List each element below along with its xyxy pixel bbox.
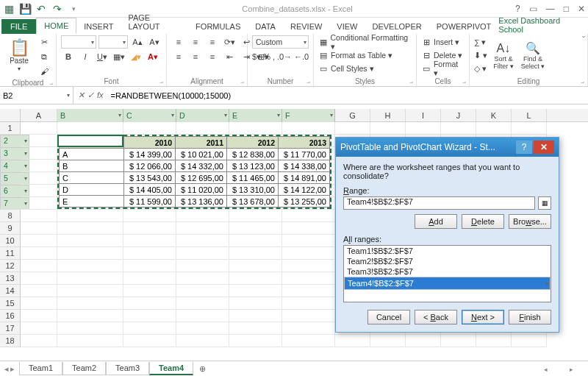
help-icon[interactable]: ? (515, 4, 520, 14)
tab-insert[interactable]: INSERT (76, 19, 121, 34)
range-input[interactable]: Team4!$B$2:$F$7 (343, 196, 535, 210)
name-box[interactable]: B2 (0, 87, 74, 104)
dec-decimal-icon[interactable]: ←.0 (294, 50, 309, 63)
cancel-formula-icon[interactable]: ✕ (78, 91, 85, 100)
format-painter-icon[interactable]: 🖌 (37, 65, 51, 78)
font-size-select[interactable] (98, 35, 128, 49)
sheet-tab[interactable]: Team4 (149, 362, 193, 375)
sort-filter-button[interactable]: A↓Sort & Filter ▾ (490, 35, 517, 77)
number-format-select[interactable]: Custom (252, 35, 309, 49)
format-as-table-button[interactable]: ▤Format as Table ▾ (318, 49, 412, 62)
column-header[interactable]: F (282, 109, 335, 122)
inc-decimal-icon[interactable]: .0→ (277, 50, 292, 63)
clear-button[interactable]: ◇ ▾ (474, 62, 487, 75)
sheet-tab[interactable]: Team3 (106, 362, 149, 375)
copy-icon[interactable]: ⧉ (37, 50, 51, 63)
row-header[interactable]: 15 (0, 297, 21, 310)
tab-pagelayout[interactable]: PAGE LAYOUT (121, 10, 188, 34)
row-header[interactable]: 11 (0, 247, 21, 260)
column-header[interactable]: J (441, 109, 476, 121)
row-header[interactable]: 9 (0, 222, 21, 235)
align-top-icon[interactable]: ≡ (171, 35, 186, 49)
font-color-icon[interactable]: A▾ (146, 50, 160, 63)
next-button[interactable]: Next > (462, 310, 504, 324)
minimize-icon[interactable]: — (546, 4, 555, 14)
column-header[interactable]: H (370, 109, 406, 121)
sheet-tab[interactable]: Team2 (62, 362, 106, 375)
row-header[interactable]: 8 (0, 210, 21, 222)
cancel-button[interactable]: Cancel (368, 310, 410, 324)
maximize-icon[interactable]: □ (564, 4, 569, 14)
orientation-icon[interactable]: ⟳▾ (222, 35, 237, 49)
hscroll-left-icon[interactable]: ◂ (544, 366, 548, 373)
sheet-nav-first-icon[interactable]: ◂ (4, 364, 9, 374)
ribbon-options-icon[interactable]: ▭ (529, 4, 537, 14)
tab-file[interactable]: FILE (1, 19, 36, 34)
undo-icon[interactable]: ↶ (35, 3, 47, 15)
select-all-corner[interactable] (0, 109, 21, 121)
tab-data[interactable]: DATA (248, 19, 283, 34)
column-header[interactable]: E (229, 109, 282, 122)
column-header[interactable]: B (57, 109, 123, 122)
save-icon[interactable]: 💾 (19, 3, 31, 15)
align-right-icon[interactable]: ≡ (205, 50, 220, 63)
accounting-icon[interactable]: $▾ (252, 50, 261, 63)
comma-icon[interactable]: , (273, 50, 275, 63)
hscroll-right-icon[interactable]: ▸ (570, 366, 573, 373)
row-header[interactable]: 18 (0, 335, 21, 347)
border-icon[interactable]: ▦▾ (112, 50, 126, 63)
tab-powerpivot[interactable]: POWERPIVOT (429, 19, 499, 34)
redo-icon[interactable]: ↷ (51, 3, 63, 15)
column-header[interactable]: D (176, 109, 229, 122)
finish-button[interactable]: Finish (509, 310, 551, 324)
cut-icon[interactable]: ✂ (37, 35, 51, 49)
range-list-item[interactable]: Team1!$B$2:$F$7 (344, 246, 551, 256)
tab-home[interactable]: HOME (36, 18, 76, 34)
align-left-icon[interactable]: ≡ (171, 50, 186, 63)
dialog-titlebar[interactable]: PivotTable and PivotChart Wizard - St...… (336, 138, 559, 157)
qat-more-icon[interactable]: ▾ (68, 3, 79, 15)
row-header[interactable]: 1 (0, 122, 21, 135)
bold-icon[interactable]: B (61, 50, 76, 63)
tab-view[interactable]: VIEW (329, 19, 365, 34)
dialog-close-icon[interactable]: ✕ (534, 141, 554, 154)
add-button[interactable]: Add (415, 214, 457, 229)
formula-input[interactable]: =RANDBETWEEN(10000;15000) (108, 91, 588, 100)
grow-font-icon[interactable]: A▴ (130, 35, 145, 49)
new-sheet-button[interactable]: ⊕ (193, 364, 212, 374)
column-header[interactable]: A (21, 109, 57, 121)
column-header[interactable]: I (406, 109, 441, 121)
autosum-button[interactable]: ∑ ▾ (474, 35, 487, 49)
align-center-icon[interactable]: ≡ (188, 50, 203, 63)
column-header[interactable]: C (123, 109, 176, 122)
align-middle-icon[interactable]: ≡ (188, 35, 203, 49)
enter-formula-icon[interactable]: ✓ (87, 91, 94, 100)
indent-dec-icon[interactable]: ⇤ (222, 50, 237, 63)
collapse-ribbon-icon[interactable]: ˇ (582, 35, 585, 46)
row-header[interactable]: 17 (0, 322, 21, 335)
tab-formulas[interactable]: FORMULAS (188, 19, 248, 34)
fx-icon[interactable]: fx (97, 91, 104, 100)
range-list-item[interactable]: Team4!$B$2:$F$7 (344, 277, 551, 290)
column-header[interactable]: K (476, 109, 512, 121)
format-cells-button[interactable]: ▭Format ▾ (421, 62, 465, 75)
range-list-item[interactable]: Team2!$B$2:$F$7 (344, 256, 551, 266)
fill-color-icon[interactable]: ◢▾ (129, 50, 143, 63)
insert-cells-button[interactable]: ⊞Insert ▾ (421, 35, 465, 49)
align-bottom-icon[interactable]: ≡ (205, 35, 220, 49)
browse-button[interactable]: Browse... (509, 214, 551, 229)
cell-styles-button[interactable]: ▭Cell Styles ▾ (318, 62, 412, 75)
row-header[interactable]: 10 (0, 235, 21, 247)
close-icon[interactable]: ✕ (578, 4, 585, 14)
font-name-select[interactable] (61, 35, 96, 49)
underline-icon[interactable]: U▾ (95, 50, 110, 63)
find-select-button[interactable]: 🔍Find & Select ▾ (520, 35, 546, 77)
row-header[interactable]: 13 (0, 272, 21, 285)
back-button[interactable]: < Back (415, 310, 457, 324)
range-picker-icon[interactable]: ▦ (538, 196, 551, 210)
tab-review[interactable]: REVIEW (283, 19, 329, 34)
row-header[interactable]: 12 (0, 260, 21, 272)
range-list-item[interactable]: Team3!$B$2:$F$7 (344, 266, 551, 277)
school-link[interactable]: Excel Dashboard School (498, 16, 588, 34)
sheet-tab[interactable]: Team1 (19, 362, 62, 375)
